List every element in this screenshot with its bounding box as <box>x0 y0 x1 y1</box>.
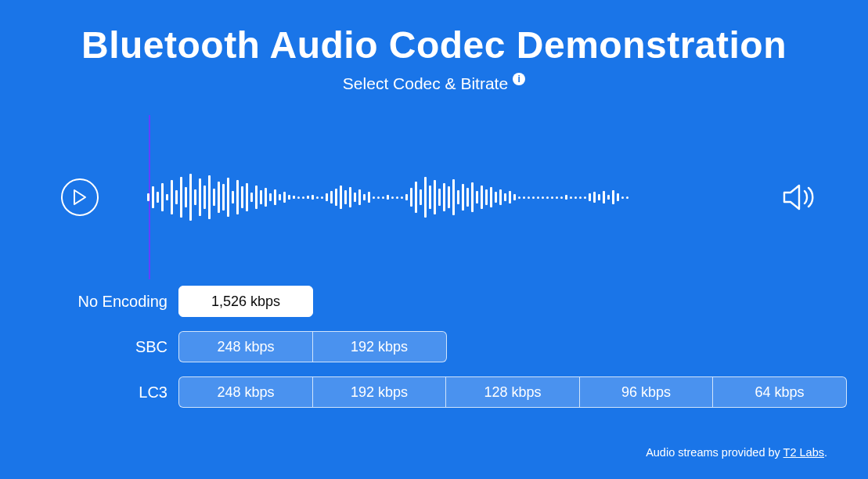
codec-button-group: 248 kbps192 kbps <box>178 331 830 362</box>
play-icon <box>73 189 87 205</box>
waveform-bar <box>377 196 380 199</box>
bitrate-button[interactable]: 192 kbps <box>312 331 447 362</box>
waveform-bar <box>222 184 225 211</box>
waveform-bar <box>283 192 286 203</box>
bitrate-button[interactable]: 192 kbps <box>312 376 447 408</box>
waveform-bar <box>227 178 229 217</box>
waveform-bar <box>307 196 309 199</box>
waveform-bar <box>382 196 384 199</box>
waveform-bar <box>241 186 243 208</box>
codec-row: LC3248 kbps192 kbps128 kbps96 kbps64 kbp… <box>38 376 830 408</box>
bitrate-button[interactable]: 248 kbps <box>178 376 313 408</box>
waveform-bar <box>499 189 502 205</box>
bitrate-button[interactable]: 1,526 kbps <box>178 286 313 317</box>
waveform-bar <box>485 189 488 205</box>
waveform-bar <box>391 196 394 199</box>
waveform-bar <box>518 196 520 199</box>
waveform-bar <box>448 186 450 208</box>
waveform-bar <box>560 196 563 199</box>
waveform-bar <box>452 179 455 215</box>
waveform-bar <box>438 189 441 206</box>
codec-label: No Encoding <box>38 293 178 311</box>
codec-row: SBC248 kbps192 kbps <box>38 331 830 362</box>
waveform-bar <box>462 184 464 211</box>
waveform-bar <box>593 192 596 203</box>
bitrate-button[interactable]: 64 kbps <box>712 376 847 408</box>
waveform-bar <box>570 196 572 199</box>
waveform-bar <box>274 189 276 205</box>
info-icon[interactable]: i <box>513 73 525 85</box>
subtitle-text: Select Codec & Bitrate <box>343 74 508 93</box>
waveform-bar <box>504 193 506 201</box>
waveform-bar <box>528 196 530 199</box>
waveform-bar <box>556 196 558 199</box>
waveform-bar <box>208 175 211 219</box>
speaker-icon[interactable] <box>782 182 818 213</box>
waveform-bar <box>387 195 389 200</box>
waveform-bar <box>213 189 215 206</box>
waveform-bar <box>523 196 525 199</box>
play-button[interactable] <box>61 178 99 216</box>
attribution-prefix: Audio streams provided by <box>646 446 783 459</box>
waveform-bar <box>175 190 178 204</box>
bitrate-button[interactable]: 248 kbps <box>178 331 313 362</box>
waveform-bar <box>279 194 281 200</box>
subtitle-row: Select Codec & Bitrate i <box>38 74 830 93</box>
waveform-bar <box>326 193 328 201</box>
waveform-bar <box>410 188 412 207</box>
waveform-bar <box>269 193 272 201</box>
waveform-bar <box>607 195 610 200</box>
waveform-bar <box>420 189 422 205</box>
waveform-bar <box>363 194 366 200</box>
waveform-bar <box>584 196 586 199</box>
waveform-bar <box>513 194 516 200</box>
waveform-bar <box>626 196 628 199</box>
waveform-bar <box>495 192 497 203</box>
svg-marker-0 <box>74 190 85 204</box>
waveform-bar <box>551 196 553 199</box>
waveform-bar <box>598 194 600 200</box>
waveform-bar <box>265 188 267 207</box>
waveform-bar <box>424 177 427 218</box>
bitrate-button[interactable]: 96 kbps <box>579 376 714 408</box>
waveform-bar <box>250 193 253 202</box>
waveform-bar <box>349 187 351 207</box>
waveform-bar <box>457 190 459 204</box>
waveform-bar <box>316 196 319 199</box>
waveform-bar <box>429 185 431 209</box>
attribution-suffix: . <box>824 446 827 459</box>
waveform-bar <box>152 186 154 208</box>
bitrate-button[interactable]: 128 kbps <box>445 376 580 408</box>
waveform-bar <box>199 178 201 216</box>
waveform-bar <box>405 194 408 200</box>
waveform-bar <box>330 191 333 203</box>
waveform-bar <box>260 190 262 204</box>
codec-label: SBC <box>38 338 178 356</box>
waveform-bar <box>401 196 403 199</box>
waveform-bar <box>373 196 375 199</box>
codec-label: LC3 <box>38 384 178 402</box>
waveform-bar <box>321 196 323 199</box>
waveform-bar <box>415 182 417 213</box>
waveform-bar <box>589 193 591 201</box>
attribution: Audio streams provided by T2 Labs. <box>646 446 827 459</box>
waveform-bar <box>194 189 196 205</box>
codec-rows: No Encoding1,526 kbpsSBC248 kbps192 kbps… <box>38 286 830 408</box>
waveform-bar <box>335 189 337 206</box>
waveform-bar <box>612 190 614 204</box>
player-area <box>38 115 830 279</box>
attribution-link[interactable]: T2 Labs <box>783 446 824 459</box>
waveform-bar <box>288 195 290 200</box>
waveform-bar <box>246 183 248 211</box>
waveform-bar <box>565 195 567 200</box>
waveform-bar <box>490 187 492 207</box>
waveform-bar <box>579 196 582 199</box>
waveform-bar <box>340 185 342 209</box>
waveform[interactable] <box>147 169 763 225</box>
waveform-bar <box>180 177 182 218</box>
codec-button-group: 248 kbps192 kbps128 kbps96 kbps64 kbps <box>178 376 847 408</box>
codec-button-group: 1,526 kbps <box>178 286 830 317</box>
waveform-bar <box>255 185 258 209</box>
waveform-bar <box>312 195 314 200</box>
waveform-bar <box>161 183 164 211</box>
